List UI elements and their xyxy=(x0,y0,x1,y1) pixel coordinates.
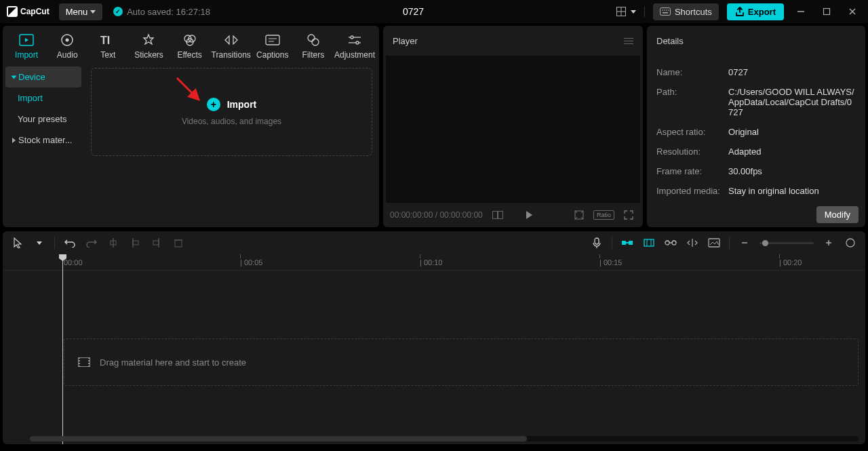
modify-button[interactable]: Modify xyxy=(816,206,859,223)
filters-icon xyxy=(306,33,321,47)
chevron-down-icon xyxy=(631,10,636,14)
fullscreen-button[interactable] xyxy=(621,210,636,220)
undo-button[interactable] xyxy=(63,236,77,250)
export-button[interactable]: Export xyxy=(727,3,784,20)
trim-right-tool[interactable] xyxy=(150,236,163,250)
detail-name-value: 0727 xyxy=(728,67,856,77)
ruler-mark: | 00:15 xyxy=(599,258,622,267)
svg-rect-36 xyxy=(153,241,159,245)
tab-filters[interactable]: Filters xyxy=(294,31,333,61)
stickers-icon xyxy=(141,33,156,47)
detail-aspect-value: Original xyxy=(728,127,856,137)
tab-adjustment[interactable]: Adjustment xyxy=(334,31,375,61)
captions-icon xyxy=(265,33,280,47)
zoom-slider[interactable] xyxy=(760,242,814,244)
timeline-drop-zone[interactable]: Drag material here and start to create xyxy=(64,338,859,386)
link-tool[interactable] xyxy=(664,236,677,250)
maximize-button[interactable] xyxy=(818,7,835,16)
svg-point-22 xyxy=(312,39,319,45)
tab-effects[interactable]: Effects xyxy=(170,31,210,61)
minimize-button[interactable] xyxy=(792,7,810,16)
details-title: Details xyxy=(656,36,684,46)
detail-fps-label: Frame rate: xyxy=(656,166,728,176)
mic-button[interactable] xyxy=(590,236,604,250)
magnet-tool[interactable] xyxy=(620,236,634,250)
player-viewport[interactable] xyxy=(386,56,640,203)
tab-transitions[interactable]: Transitions xyxy=(211,31,252,61)
svg-rect-18 xyxy=(266,35,279,45)
detail-media-label: Imported media: xyxy=(656,186,728,196)
svg-point-6 xyxy=(666,9,667,11)
audio-icon xyxy=(60,33,75,47)
play-button[interactable] xyxy=(526,211,532,219)
tab-audio[interactable]: Audio xyxy=(47,31,87,61)
tab-text[interactable]: TI Text xyxy=(88,31,127,61)
autosave-status: Auto saved: 16:27:18 xyxy=(113,7,210,17)
tab-stickers[interactable]: Stickers xyxy=(129,31,168,61)
sidebar-item-device[interactable]: Device xyxy=(5,66,81,87)
preview-axis-tool[interactable] xyxy=(686,236,699,250)
drop-zone-text: Drag material here and start to create xyxy=(100,357,246,368)
divider xyxy=(644,6,645,17)
tab-import[interactable]: Import xyxy=(7,31,46,61)
zoom-handle[interactable] xyxy=(762,240,768,246)
detail-resolution-label: Resolution: xyxy=(656,146,728,157)
player-menu-button[interactable] xyxy=(624,38,633,44)
scale-icon[interactable] xyxy=(572,210,587,220)
svg-point-53 xyxy=(846,239,854,247)
sidebar-item-import[interactable]: Import xyxy=(5,87,81,109)
import-icon xyxy=(19,33,34,47)
text-icon: TI xyxy=(100,33,115,47)
ruler-mark: 00:00 xyxy=(64,258,83,267)
scrollbar-thumb[interactable] xyxy=(30,436,527,442)
title-bar: CapCut Menu Auto saved: 16:27:18 0727 Sh… xyxy=(0,0,868,23)
media-tabs: Import Audio TI Text Stickers Effects Tr… xyxy=(3,26,379,61)
menu-button[interactable]: Menu xyxy=(59,3,103,20)
svg-point-4 xyxy=(662,9,663,11)
svg-point-7 xyxy=(668,9,669,11)
player-title: Player xyxy=(393,36,418,46)
trim-left-tool[interactable] xyxy=(128,236,142,250)
auto-snap-tool[interactable] xyxy=(642,236,656,250)
sidebar-item-stock[interactable]: Stock mater... xyxy=(5,130,81,151)
app-name: CapCut xyxy=(20,7,50,16)
import-subtitle: Videos, audios, and images xyxy=(182,117,281,126)
zoom-out-button[interactable] xyxy=(738,236,751,250)
svg-rect-40 xyxy=(622,241,626,245)
import-drop-zone[interactable]: + Import Videos, audios, and images xyxy=(91,68,372,156)
timeline-toolbar xyxy=(3,231,865,254)
player-controls: 00:00:00:00 / 00:00:00:00 Ratio xyxy=(383,203,643,227)
svg-line-27 xyxy=(177,78,199,100)
svg-rect-34 xyxy=(133,241,138,245)
app-logo: CapCut xyxy=(7,6,50,17)
import-title: Import xyxy=(227,99,257,110)
tab-captions[interactable]: Captions xyxy=(253,31,292,61)
split-tool[interactable] xyxy=(106,236,120,250)
svg-rect-28 xyxy=(492,212,497,219)
project-title: 0727 xyxy=(210,6,616,17)
detail-aspect-label: Aspect ratio: xyxy=(656,127,728,137)
export-icon xyxy=(735,7,745,16)
svg-rect-8 xyxy=(663,12,668,14)
transitions-icon xyxy=(224,33,239,47)
delete-tool[interactable] xyxy=(172,236,185,250)
cover-tool[interactable] xyxy=(707,236,721,250)
timeline-scrollbar[interactable] xyxy=(30,436,859,442)
ratio-button[interactable]: Ratio xyxy=(593,210,614,220)
pointer-dropdown[interactable] xyxy=(33,236,46,250)
chevron-down-icon xyxy=(12,75,17,79)
comparison-icon[interactable] xyxy=(490,211,506,219)
zoom-in-button[interactable] xyxy=(822,236,835,250)
pointer-tool[interactable] xyxy=(11,236,24,250)
timeline[interactable]: 00:00 | 00:05 | 00:10 | 00:15 | 00:20 Dr… xyxy=(3,254,865,444)
playhead[interactable] xyxy=(62,254,63,444)
sidebar-item-presets[interactable]: Your presets xyxy=(5,109,81,130)
redo-button[interactable] xyxy=(85,236,98,250)
svg-rect-41 xyxy=(629,241,633,245)
close-button[interactable] xyxy=(844,7,861,16)
svg-rect-37 xyxy=(175,240,182,247)
layout-button[interactable] xyxy=(616,7,636,16)
zoom-fit-button[interactable] xyxy=(844,236,857,250)
timeline-ruler[interactable]: 00:00 | 00:05 | 00:10 | 00:15 | 00:20 xyxy=(3,254,865,271)
shortcuts-button[interactable]: Shortcuts xyxy=(653,3,719,20)
